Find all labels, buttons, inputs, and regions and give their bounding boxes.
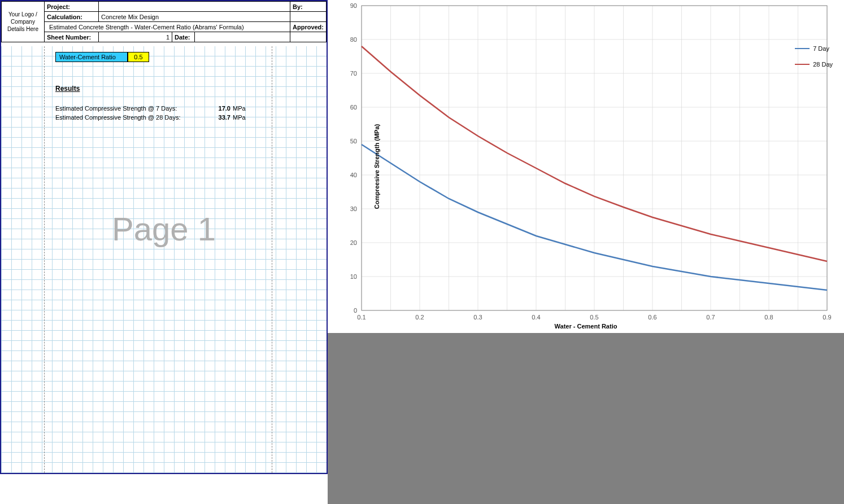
- date-label: Date:: [172, 32, 195, 42]
- svg-text:10: 10: [350, 273, 357, 280]
- logo-placeholder: Your Logo / Company Details Here: [2, 2, 45, 42]
- header-table: Your Logo / Company Details Here Project…: [1, 1, 327, 42]
- svg-text:0.6: 0.6: [648, 314, 656, 321]
- x-axis-label: Water - Cement Ratio: [328, 323, 844, 330]
- svg-text:0.9: 0.9: [823, 314, 831, 321]
- page-divider-right: [272, 46, 272, 473]
- chart-svg: 0.10.20.30.40.50.60.70.80.90102030405060…: [328, 0, 844, 333]
- chart-panel: 0.10.20.30.40.50.60.70.80.90102030405060…: [328, 0, 844, 504]
- result-row-28day: Estimated Compressive Strength @ 28 Days…: [55, 114, 316, 121]
- svg-text:40: 40: [350, 172, 357, 178]
- project-value[interactable]: [99, 2, 290, 12]
- svg-text:20: 20: [350, 239, 357, 246]
- svg-text:0.8: 0.8: [764, 314, 773, 321]
- calc-subtitle: Estimated Concrete Strength - Water-Ceme…: [45, 22, 290, 32]
- svg-text:30: 30: [350, 205, 357, 212]
- legend-label-28day: 28 Day: [813, 61, 833, 68]
- legend-label-7day: 7 Day: [813, 45, 829, 52]
- svg-text:0.5: 0.5: [590, 314, 598, 321]
- svg-text:0.2: 0.2: [415, 314, 424, 321]
- by-label: By:: [290, 2, 327, 12]
- date-value[interactable]: [195, 32, 290, 42]
- svg-text:0.1: 0.1: [357, 314, 366, 321]
- legend-line-28day: [795, 64, 810, 65]
- calc-sheet-panel: Your Logo / Company Details Here Project…: [0, 0, 328, 474]
- result-7day-label: Estimated Compressive Strength @ 7 Days:: [55, 105, 208, 112]
- approved-value[interactable]: [290, 32, 327, 42]
- calculation-label: Calculation:: [45, 12, 99, 22]
- content-area: Water-Cement Ratio 0.5 Results Estimated…: [11, 52, 316, 123]
- svg-text:80: 80: [350, 36, 357, 43]
- approved-label: Approved:: [290, 22, 327, 32]
- legend-item-28day: 28 Day: [795, 61, 833, 68]
- result-7day-value: 17.0: [208, 105, 230, 112]
- svg-text:60: 60: [350, 104, 357, 111]
- app-container: Your Logo / Company Details Here Project…: [0, 0, 844, 504]
- legend-line-7day: [795, 48, 810, 49]
- svg-text:0.3: 0.3: [473, 314, 482, 321]
- result-28day-unit: MPa: [233, 114, 246, 121]
- legend-item-7day: 7 Day: [795, 45, 833, 52]
- svg-text:90: 90: [350, 2, 357, 9]
- sheet-value[interactable]: 1: [99, 32, 172, 42]
- by-value[interactable]: [290, 12, 327, 22]
- result-7day-unit: MPa: [233, 105, 246, 112]
- result-28day-label: Estimated Compressive Strength @ 28 Days…: [55, 114, 208, 121]
- results-heading: Results: [55, 85, 316, 93]
- chart-legend: 7 Day 28 Day: [795, 45, 833, 77]
- wc-ratio-label: Water-Cement Ratio: [55, 52, 128, 62]
- svg-text:50: 50: [350, 138, 357, 144]
- y-axis-label: Compreesive Strength (MPa): [373, 124, 380, 209]
- result-28day-value: 33.7: [208, 114, 230, 121]
- result-row-7day: Estimated Compressive Strength @ 7 Days:…: [55, 105, 316, 112]
- svg-text:0: 0: [354, 307, 357, 314]
- wc-ratio-input[interactable]: 0.5: [128, 52, 149, 62]
- sheet-label: Sheet Number:: [45, 32, 99, 42]
- project-label: Project:: [45, 2, 99, 12]
- svg-text:0.4: 0.4: [532, 314, 540, 321]
- input-row: Water-Cement Ratio 0.5: [55, 52, 316, 62]
- chart-area: 0.10.20.30.40.50.60.70.80.90102030405060…: [328, 0, 844, 333]
- svg-text:70: 70: [350, 70, 357, 77]
- calculation-value[interactable]: Concrete Mix Design: [99, 12, 290, 22]
- svg-text:0.7: 0.7: [706, 314, 715, 321]
- page-divider-left: [44, 46, 45, 473]
